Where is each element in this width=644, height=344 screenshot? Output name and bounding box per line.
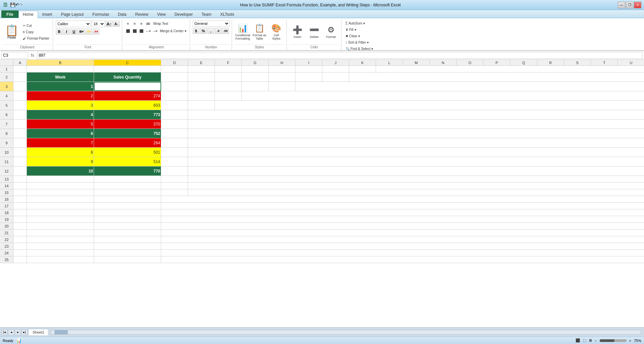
col-header-o[interactable]: O bbox=[457, 60, 484, 65]
cell-e4[interactable] bbox=[188, 91, 215, 100]
minimize-button[interactable]: — bbox=[618, 2, 625, 8]
cell-b3[interactable]: 1 bbox=[27, 82, 94, 91]
cell-c12[interactable]: 770 bbox=[94, 166, 161, 176]
col-header-i[interactable]: I bbox=[295, 60, 322, 65]
number-format-select[interactable]: General bbox=[193, 20, 230, 27]
col-header-e[interactable]: E bbox=[188, 60, 215, 65]
cell-a4[interactable] bbox=[13, 91, 27, 100]
page-layout-view-button[interactable]: ⬚ bbox=[583, 338, 586, 343]
zoom-plus[interactable]: + bbox=[629, 339, 631, 343]
quick-access-undo[interactable]: ↶ bbox=[15, 2, 19, 7]
col-header-q[interactable]: Q bbox=[510, 60, 537, 65]
font-size-select[interactable]: 18 bbox=[92, 20, 105, 27]
col-header-u[interactable]: U bbox=[618, 60, 644, 65]
cell-d2[interactable] bbox=[161, 72, 188, 82]
cell-c4[interactable]: 274 bbox=[94, 91, 161, 100]
cell-c10[interactable]: 501 bbox=[94, 148, 161, 157]
col-header-a[interactable]: A bbox=[13, 60, 27, 65]
cell-f4[interactable] bbox=[215, 91, 242, 100]
cell-d9[interactable] bbox=[161, 138, 188, 147]
col-header-h[interactable]: H bbox=[269, 60, 295, 65]
cell-e1[interactable] bbox=[188, 66, 215, 72]
cell-d7[interactable] bbox=[161, 119, 188, 129]
cell-d8[interactable] bbox=[161, 129, 188, 138]
cell-h3[interactable] bbox=[269, 82, 295, 91]
cell-a3[interactable] bbox=[13, 82, 27, 91]
cell-d3[interactable] bbox=[161, 82, 188, 91]
cell-c8[interactable]: 752 bbox=[94, 129, 161, 138]
cell-b6[interactable]: 4 bbox=[27, 110, 94, 119]
cell-a11[interactable] bbox=[13, 157, 27, 166]
currency-button[interactable]: $ bbox=[193, 28, 199, 34]
tab-page-layout[interactable]: Page Layout bbox=[57, 10, 88, 18]
quick-access-save[interactable]: 💾 bbox=[10, 2, 15, 7]
col-header-s[interactable]: S bbox=[564, 60, 591, 65]
align-top-right-button[interactable]: ≡ bbox=[138, 21, 144, 26]
page-break-view-button[interactable]: ⊞ bbox=[589, 338, 592, 343]
tab-formulas[interactable]: Formulas bbox=[88, 10, 113, 18]
col-header-f[interactable]: F bbox=[215, 60, 242, 65]
tab-data[interactable]: Data bbox=[113, 10, 131, 18]
cell-d6[interactable] bbox=[161, 110, 188, 119]
col-header-n[interactable]: N bbox=[430, 60, 457, 65]
cell-d11[interactable] bbox=[161, 157, 188, 166]
fill-color-button[interactable]: A▾ bbox=[85, 29, 92, 35]
tab-view[interactable]: View bbox=[153, 10, 170, 18]
autosum-button[interactable]: Σ AutoSum ▾ bbox=[344, 20, 366, 26]
quick-access-redo[interactable]: ↷ bbox=[19, 2, 23, 7]
wrap-text-button[interactable]: Wrap Text bbox=[152, 20, 170, 27]
cell-i1[interactable] bbox=[295, 66, 322, 72]
cell-b11[interactable]: 9 bbox=[27, 157, 94, 166]
col-header-p[interactable]: P bbox=[484, 60, 510, 65]
zoom-minus[interactable]: − bbox=[595, 339, 597, 343]
cell-j2[interactable] bbox=[322, 72, 349, 82]
comma-button[interactable]: , bbox=[208, 28, 214, 34]
tab-home[interactable]: Home bbox=[18, 11, 38, 18]
align-right-button[interactable]: ⬛ bbox=[138, 28, 144, 34]
percent-button[interactable]: % bbox=[200, 28, 207, 34]
align-left-button[interactable]: ⬛ bbox=[125, 28, 131, 34]
cell-d10[interactable] bbox=[161, 148, 188, 157]
tab-xltools[interactable]: XLTools bbox=[216, 10, 239, 18]
cell-a1[interactable] bbox=[13, 66, 27, 72]
underline-button[interactable]: U bbox=[71, 29, 77, 35]
cell-a12[interactable] bbox=[13, 166, 27, 176]
cell-b5[interactable]: 3 bbox=[27, 101, 94, 110]
cell-a10[interactable] bbox=[13, 148, 27, 157]
sheet-nav-prev[interactable]: ◂ bbox=[8, 329, 14, 335]
format-painter-button[interactable]: 🖌 Format Painter bbox=[21, 35, 51, 41]
cell-c6[interactable]: 773 bbox=[94, 110, 161, 119]
cell-a6[interactable] bbox=[13, 110, 27, 119]
tab-insert[interactable]: Insert bbox=[38, 10, 57, 18]
cell-a2[interactable] bbox=[13, 72, 27, 82]
font-grow-button[interactable]: A↑ bbox=[106, 21, 112, 27]
maximize-button[interactable]: ❐ bbox=[626, 2, 633, 8]
cell-d1[interactable] bbox=[161, 66, 188, 72]
merge-center-button[interactable]: Merge & Center▾ bbox=[158, 28, 188, 34]
col-header-c[interactable]: C bbox=[94, 60, 161, 65]
sheet-tab-sheet1[interactable]: Sheet1 bbox=[28, 329, 49, 335]
cell-f1[interactable] bbox=[215, 66, 242, 72]
sheet-nav-next[interactable]: ▸ bbox=[15, 329, 21, 335]
cell-styles-button[interactable]: 🎨 Cell Styles bbox=[268, 21, 284, 42]
border-button[interactable]: ⊞▾ bbox=[78, 29, 85, 35]
insert-button[interactable]: ➕ Insert bbox=[289, 21, 306, 42]
cell-g2[interactable] bbox=[242, 72, 269, 82]
col-header-t[interactable]: T bbox=[591, 60, 618, 65]
cell-c9[interactable]: 264 bbox=[94, 138, 161, 147]
col-header-m[interactable]: M bbox=[403, 60, 430, 65]
cell-e3[interactable] bbox=[188, 82, 215, 91]
cell-b12[interactable]: 10 bbox=[27, 166, 94, 176]
delete-button[interactable]: ➖ Delete bbox=[306, 21, 322, 42]
cell-d4[interactable] bbox=[161, 91, 188, 100]
tab-file[interactable]: File bbox=[1, 10, 18, 18]
cell-h2[interactable] bbox=[269, 72, 295, 82]
font-shrink-button[interactable]: A↓ bbox=[113, 21, 120, 27]
cell-d5[interactable] bbox=[161, 101, 188, 110]
cell-k1[interactable] bbox=[349, 66, 376, 72]
col-header-j[interactable]: J bbox=[322, 60, 349, 65]
col-header-b[interactable]: B bbox=[27, 60, 94, 65]
indent-decrease-button[interactable]: ←≡ bbox=[145, 28, 151, 34]
cell-c3[interactable]: 897 bbox=[94, 82, 161, 91]
bold-button[interactable]: B bbox=[56, 29, 62, 35]
